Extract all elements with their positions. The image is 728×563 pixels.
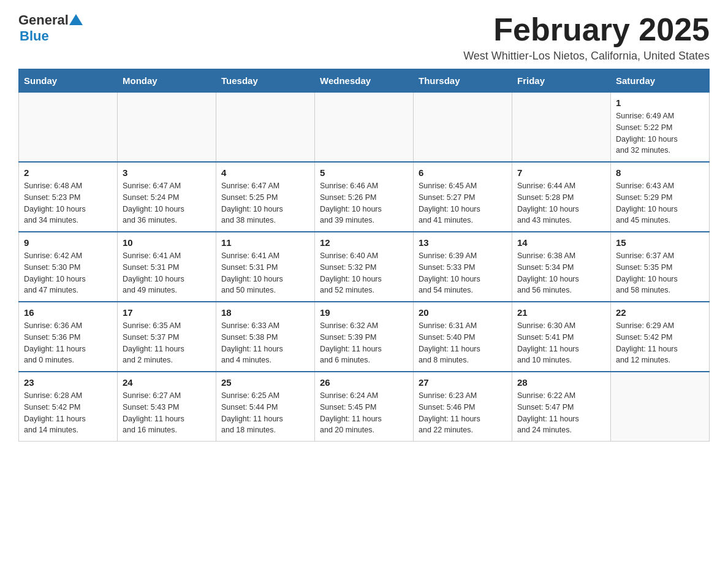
- day-info: Sunrise: 6:22 AM Sunset: 5:47 PM Dayligh…: [517, 390, 605, 436]
- calendar-table: SundayMondayTuesdayWednesdayThursdayFrid…: [18, 69, 710, 442]
- week-row-5: 23Sunrise: 6:28 AM Sunset: 5:42 PM Dayli…: [19, 372, 710, 442]
- day-info: Sunrise: 6:46 AM Sunset: 5:26 PM Dayligh…: [320, 180, 408, 226]
- day-number: 13: [419, 237, 507, 248]
- day-number: 18: [221, 307, 309, 318]
- calendar-cell: [19, 93, 118, 163]
- weekday-header-row: SundayMondayTuesdayWednesdayThursdayFrid…: [19, 69, 710, 93]
- day-number: 6: [419, 167, 507, 178]
- day-info: Sunrise: 6:43 AM Sunset: 5:29 PM Dayligh…: [616, 180, 704, 226]
- weekday-header-saturday: Saturday: [611, 69, 710, 93]
- week-row-1: 1Sunrise: 6:49 AM Sunset: 5:22 PM Daylig…: [19, 93, 710, 163]
- day-number: 17: [123, 307, 211, 318]
- day-number: 7: [517, 167, 605, 178]
- day-info: Sunrise: 6:42 AM Sunset: 5:30 PM Dayligh…: [24, 250, 112, 296]
- day-info: Sunrise: 6:41 AM Sunset: 5:31 PM Dayligh…: [123, 250, 211, 296]
- day-number: 26: [320, 377, 408, 388]
- day-info: Sunrise: 6:28 AM Sunset: 5:42 PM Dayligh…: [24, 390, 112, 436]
- day-number: 19: [320, 307, 408, 318]
- day-info: Sunrise: 6:30 AM Sunset: 5:41 PM Dayligh…: [517, 320, 605, 366]
- day-number: 23: [24, 377, 112, 388]
- calendar-cell: 16Sunrise: 6:36 AM Sunset: 5:36 PM Dayli…: [19, 302, 118, 372]
- calendar-cell: 3Sunrise: 6:47 AM Sunset: 5:24 PM Daylig…: [118, 162, 216, 232]
- header: General Blue February 2025 West Whittier…: [18, 12, 710, 63]
- day-info: Sunrise: 6:41 AM Sunset: 5:31 PM Dayligh…: [221, 250, 309, 296]
- calendar-cell: 20Sunrise: 6:31 AM Sunset: 5:40 PM Dayli…: [414, 302, 512, 372]
- day-info: Sunrise: 6:23 AM Sunset: 5:46 PM Dayligh…: [419, 390, 507, 436]
- svg-marker-0: [69, 14, 83, 25]
- calendar-cell: [512, 93, 611, 163]
- day-info: Sunrise: 6:27 AM Sunset: 5:43 PM Dayligh…: [123, 390, 211, 436]
- weekday-header-friday: Friday: [512, 69, 611, 93]
- calendar-cell: 15Sunrise: 6:37 AM Sunset: 5:35 PM Dayli…: [611, 232, 710, 302]
- calendar-cell: [611, 372, 710, 442]
- calendar-cell: 18Sunrise: 6:33 AM Sunset: 5:38 PM Dayli…: [216, 302, 315, 372]
- day-info: Sunrise: 6:32 AM Sunset: 5:39 PM Dayligh…: [320, 320, 408, 366]
- day-number: 8: [616, 167, 704, 178]
- calendar-cell: 19Sunrise: 6:32 AM Sunset: 5:39 PM Dayli…: [315, 302, 414, 372]
- calendar-cell: 10Sunrise: 6:41 AM Sunset: 5:31 PM Dayli…: [118, 232, 216, 302]
- day-number: 1: [616, 98, 704, 108]
- calendar-cell: 23Sunrise: 6:28 AM Sunset: 5:42 PM Dayli…: [19, 372, 118, 442]
- week-row-2: 2Sunrise: 6:48 AM Sunset: 5:23 PM Daylig…: [19, 162, 710, 232]
- calendar-cell: 21Sunrise: 6:30 AM Sunset: 5:41 PM Dayli…: [512, 302, 611, 372]
- calendar-cell: 1Sunrise: 6:49 AM Sunset: 5:22 PM Daylig…: [611, 93, 710, 163]
- day-info: Sunrise: 6:25 AM Sunset: 5:44 PM Dayligh…: [221, 390, 309, 436]
- calendar-cell: 26Sunrise: 6:24 AM Sunset: 5:45 PM Dayli…: [315, 372, 414, 442]
- day-number: 16: [24, 307, 112, 318]
- week-row-4: 16Sunrise: 6:36 AM Sunset: 5:36 PM Dayli…: [19, 302, 710, 372]
- location-subtitle: West Whittier-Los Nietos, California, Un…: [463, 50, 710, 63]
- day-info: Sunrise: 6:40 AM Sunset: 5:32 PM Dayligh…: [320, 250, 408, 296]
- day-info: Sunrise: 6:38 AM Sunset: 5:34 PM Dayligh…: [517, 250, 605, 296]
- calendar-cell: 8Sunrise: 6:43 AM Sunset: 5:29 PM Daylig…: [611, 162, 710, 232]
- calendar-cell: 25Sunrise: 6:25 AM Sunset: 5:44 PM Dayli…: [216, 372, 315, 442]
- day-number: 21: [517, 307, 605, 318]
- day-number: 24: [123, 377, 211, 388]
- day-info: Sunrise: 6:47 AM Sunset: 5:25 PM Dayligh…: [221, 180, 309, 226]
- calendar-cell: 11Sunrise: 6:41 AM Sunset: 5:31 PM Dayli…: [216, 232, 315, 302]
- weekday-header-sunday: Sunday: [19, 69, 118, 93]
- day-number: 27: [419, 377, 507, 388]
- day-number: 5: [320, 167, 408, 178]
- calendar-cell: 28Sunrise: 6:22 AM Sunset: 5:47 PM Dayli…: [512, 372, 611, 442]
- weekday-header-tuesday: Tuesday: [216, 69, 315, 93]
- month-title: February 2025: [463, 12, 710, 47]
- day-info: Sunrise: 6:47 AM Sunset: 5:24 PM Dayligh…: [123, 180, 211, 226]
- week-row-3: 9Sunrise: 6:42 AM Sunset: 5:30 PM Daylig…: [19, 232, 710, 302]
- calendar-cell: 5Sunrise: 6:46 AM Sunset: 5:26 PM Daylig…: [315, 162, 414, 232]
- calendar-cell: 13Sunrise: 6:39 AM Sunset: 5:33 PM Dayli…: [414, 232, 512, 302]
- calendar-cell: 9Sunrise: 6:42 AM Sunset: 5:30 PM Daylig…: [19, 232, 118, 302]
- day-number: 25: [221, 377, 309, 388]
- title-area: February 2025 West Whittier-Los Nietos, …: [463, 12, 710, 63]
- calendar-cell: [414, 93, 512, 163]
- day-info: Sunrise: 6:44 AM Sunset: 5:28 PM Dayligh…: [517, 180, 605, 226]
- calendar-cell: 6Sunrise: 6:45 AM Sunset: 5:27 PM Daylig…: [414, 162, 512, 232]
- weekday-header-monday: Monday: [118, 69, 216, 93]
- logo-general-text: General: [18, 12, 69, 28]
- day-info: Sunrise: 6:24 AM Sunset: 5:45 PM Dayligh…: [320, 390, 408, 436]
- calendar-cell: 12Sunrise: 6:40 AM Sunset: 5:32 PM Dayli…: [315, 232, 414, 302]
- calendar-cell: [315, 93, 414, 163]
- calendar-cell: 17Sunrise: 6:35 AM Sunset: 5:37 PM Dayli…: [118, 302, 216, 372]
- day-number: 15: [616, 237, 704, 248]
- day-number: 22: [616, 307, 704, 318]
- day-info: Sunrise: 6:36 AM Sunset: 5:36 PM Dayligh…: [24, 320, 112, 366]
- calendar-cell: 4Sunrise: 6:47 AM Sunset: 5:25 PM Daylig…: [216, 162, 315, 232]
- calendar-cell: 27Sunrise: 6:23 AM Sunset: 5:46 PM Dayli…: [414, 372, 512, 442]
- calendar-cell: [216, 93, 315, 163]
- day-number: 12: [320, 237, 408, 248]
- day-number: 9: [24, 237, 112, 248]
- calendar-cell: [118, 93, 216, 163]
- day-number: 4: [221, 167, 309, 178]
- logo-blue-text: Blue: [20, 28, 49, 44]
- day-number: 11: [221, 237, 309, 248]
- weekday-header-wednesday: Wednesday: [315, 69, 414, 93]
- day-info: Sunrise: 6:35 AM Sunset: 5:37 PM Dayligh…: [123, 320, 211, 366]
- day-info: Sunrise: 6:49 AM Sunset: 5:22 PM Dayligh…: [616, 110, 704, 156]
- logo: General Blue: [18, 12, 83, 44]
- day-info: Sunrise: 6:29 AM Sunset: 5:42 PM Dayligh…: [616, 320, 704, 366]
- day-info: Sunrise: 6:48 AM Sunset: 5:23 PM Dayligh…: [24, 180, 112, 226]
- day-info: Sunrise: 6:33 AM Sunset: 5:38 PM Dayligh…: [221, 320, 309, 366]
- day-number: 3: [123, 167, 211, 178]
- calendar-cell: 24Sunrise: 6:27 AM Sunset: 5:43 PM Dayli…: [118, 372, 216, 442]
- day-number: 14: [517, 237, 605, 248]
